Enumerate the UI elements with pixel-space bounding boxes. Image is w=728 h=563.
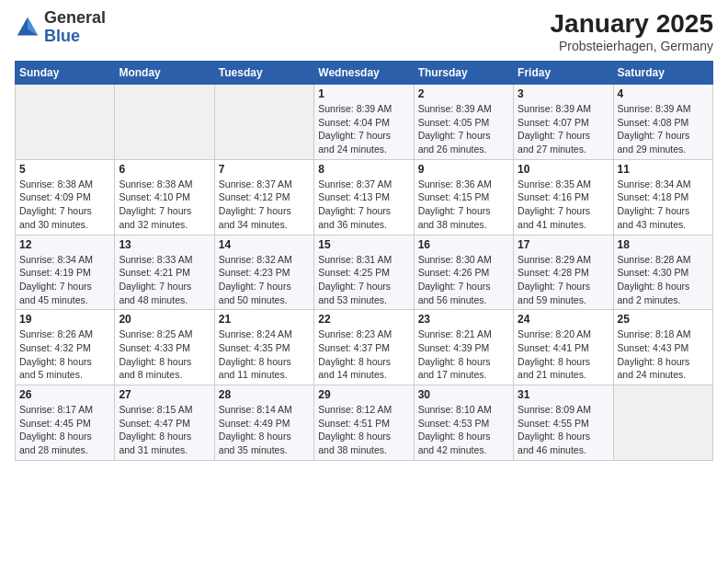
logo-blue: Blue — [44, 27, 80, 45]
calendar-cell: 16Sunrise: 8:30 AMSunset: 4:26 PMDayligh… — [414, 235, 513, 310]
calendar-cell: 19Sunrise: 8:26 AMSunset: 4:32 PMDayligh… — [16, 310, 115, 385]
day-number: 20 — [119, 313, 210, 326]
calendar-cell: 14Sunrise: 8:32 AMSunset: 4:23 PMDayligh… — [214, 235, 313, 310]
day-number: 21 — [219, 313, 310, 326]
calendar-cell: 5Sunrise: 8:38 AMSunset: 4:09 PMDaylight… — [16, 159, 115, 235]
calendar-cell: 20Sunrise: 8:25 AMSunset: 4:33 PMDayligh… — [115, 310, 214, 385]
day-number: 6 — [119, 163, 210, 176]
day-number: 29 — [318, 388, 409, 401]
day-info: Sunrise: 8:25 AMSunset: 4:33 PMDaylight:… — [119, 327, 210, 382]
day-number: 18 — [618, 238, 709, 251]
header-wednesday: Wednesday — [314, 62, 414, 85]
calendar-cell: 1Sunrise: 8:39 AMSunset: 4:04 PMDaylight… — [314, 85, 414, 160]
day-info: Sunrise: 8:38 AMSunset: 4:09 PMDaylight:… — [19, 178, 110, 232]
day-number: 25 — [618, 313, 709, 326]
calendar-week-5: 26Sunrise: 8:17 AMSunset: 4:45 PMDayligh… — [16, 385, 713, 461]
day-info: Sunrise: 8:37 AMSunset: 4:12 PMDaylight:… — [219, 178, 310, 232]
day-number: 8 — [318, 163, 409, 176]
calendar-body: 1Sunrise: 8:39 AMSunset: 4:04 PMDaylight… — [16, 85, 713, 461]
day-info: Sunrise: 8:33 AMSunset: 4:21 PMDaylight:… — [119, 253, 210, 307]
calendar-cell: 10Sunrise: 8:35 AMSunset: 4:16 PMDayligh… — [514, 159, 613, 235]
day-number: 11 — [618, 163, 709, 176]
day-info: Sunrise: 8:39 AMSunset: 4:07 PMDaylight:… — [518, 102, 609, 156]
calendar-cell: 18Sunrise: 8:28 AMSunset: 4:30 PMDayligh… — [613, 235, 712, 310]
header-sunday: Sunday — [16, 62, 115, 85]
day-info: Sunrise: 8:12 AMSunset: 4:51 PMDaylight:… — [318, 403, 409, 457]
calendar-cell: 11Sunrise: 8:34 AMSunset: 4:18 PMDayligh… — [613, 159, 712, 235]
header-monday: Monday — [115, 62, 214, 85]
day-info: Sunrise: 8:35 AMSunset: 4:16 PMDaylight:… — [518, 178, 609, 232]
header-friday: Friday — [514, 62, 613, 85]
calendar-header: Sunday Monday Tuesday Wednesday Thursday… — [16, 62, 713, 85]
day-info: Sunrise: 8:38 AMSunset: 4:10 PMDaylight:… — [119, 178, 210, 232]
day-number: 13 — [119, 238, 210, 251]
day-number: 12 — [19, 238, 110, 251]
day-info: Sunrise: 8:39 AMSunset: 4:08 PMDaylight:… — [618, 102, 709, 156]
calendar-cell — [214, 85, 313, 160]
calendar-cell: 27Sunrise: 8:15 AMSunset: 4:47 PMDayligh… — [115, 385, 214, 461]
day-info: Sunrise: 8:34 AMSunset: 4:19 PMDaylight:… — [19, 253, 110, 307]
calendar-cell: 13Sunrise: 8:33 AMSunset: 4:21 PMDayligh… — [115, 235, 214, 310]
calendar-cell: 25Sunrise: 8:18 AMSunset: 4:43 PMDayligh… — [613, 310, 712, 385]
calendar-week-1: 1Sunrise: 8:39 AMSunset: 4:04 PMDaylight… — [16, 85, 713, 160]
day-info: Sunrise: 8:14 AMSunset: 4:49 PMDaylight:… — [219, 403, 310, 457]
logo-general: General — [44, 8, 106, 27]
day-info: Sunrise: 8:21 AMSunset: 4:39 PMDaylight:… — [418, 327, 509, 382]
calendar-cell: 30Sunrise: 8:10 AMSunset: 4:53 PMDayligh… — [414, 385, 513, 461]
day-number: 9 — [418, 163, 509, 176]
header-thursday: Thursday — [414, 62, 513, 85]
day-info: Sunrise: 8:37 AMSunset: 4:13 PMDaylight:… — [318, 178, 409, 232]
calendar-cell: 31Sunrise: 8:09 AMSunset: 4:55 PMDayligh… — [514, 385, 613, 461]
day-number: 3 — [518, 87, 609, 100]
day-number: 23 — [418, 313, 509, 326]
day-number: 27 — [119, 388, 210, 401]
day-info: Sunrise: 8:39 AMSunset: 4:04 PMDaylight:… — [318, 102, 409, 156]
calendar-week-3: 12Sunrise: 8:34 AMSunset: 4:19 PMDayligh… — [16, 235, 713, 310]
day-info: Sunrise: 8:32 AMSunset: 4:23 PMDaylight:… — [219, 253, 310, 307]
calendar-cell: 2Sunrise: 8:39 AMSunset: 4:05 PMDaylight… — [414, 85, 513, 160]
day-info: Sunrise: 8:17 AMSunset: 4:45 PMDaylight:… — [19, 403, 110, 457]
calendar-cell: 7Sunrise: 8:37 AMSunset: 4:12 PMDaylight… — [214, 159, 313, 235]
page-title: January 2025 — [551, 9, 713, 39]
title-block: January 2025 Probsteierhagen, Germany — [551, 9, 713, 53]
calendar-cell: 8Sunrise: 8:37 AMSunset: 4:13 PMDaylight… — [314, 159, 414, 235]
day-number: 24 — [518, 313, 609, 326]
calendar-cell: 29Sunrise: 8:12 AMSunset: 4:51 PMDayligh… — [314, 385, 414, 461]
calendar-cell: 24Sunrise: 8:20 AMSunset: 4:41 PMDayligh… — [514, 310, 613, 385]
day-info: Sunrise: 8:34 AMSunset: 4:18 PMDaylight:… — [618, 178, 709, 232]
calendar-table: Sunday Monday Tuesday Wednesday Thursday… — [15, 61, 713, 461]
page: General Blue January 2025 Probsteierhage… — [0, 0, 728, 563]
day-number: 5 — [19, 163, 110, 176]
calendar-cell — [115, 85, 214, 160]
calendar-cell: 15Sunrise: 8:31 AMSunset: 4:25 PMDayligh… — [314, 235, 414, 310]
calendar-cell — [16, 85, 115, 160]
calendar-cell: 21Sunrise: 8:24 AMSunset: 4:35 PMDayligh… — [214, 310, 313, 385]
day-info: Sunrise: 8:09 AMSunset: 4:55 PMDaylight:… — [518, 403, 609, 457]
day-info: Sunrise: 8:24 AMSunset: 4:35 PMDaylight:… — [219, 327, 310, 382]
logo-text: General Blue — [44, 9, 106, 46]
day-info: Sunrise: 8:15 AMSunset: 4:47 PMDaylight:… — [119, 403, 210, 457]
day-info: Sunrise: 8:30 AMSunset: 4:26 PMDaylight:… — [418, 253, 509, 307]
day-number: 4 — [618, 87, 709, 100]
calendar-cell: 28Sunrise: 8:14 AMSunset: 4:49 PMDayligh… — [214, 385, 313, 461]
calendar-cell: 12Sunrise: 8:34 AMSunset: 4:19 PMDayligh… — [16, 235, 115, 310]
day-number: 26 — [19, 388, 110, 401]
calendar-cell — [613, 385, 712, 461]
day-number: 14 — [219, 238, 310, 251]
day-number: 2 — [418, 87, 509, 100]
day-number: 16 — [418, 238, 509, 251]
logo-icon — [15, 15, 40, 40]
day-number: 17 — [518, 238, 609, 251]
day-number: 30 — [418, 388, 509, 401]
calendar-cell: 9Sunrise: 8:36 AMSunset: 4:15 PMDaylight… — [414, 159, 513, 235]
day-info: Sunrise: 8:26 AMSunset: 4:32 PMDaylight:… — [19, 327, 110, 382]
calendar-week-2: 5Sunrise: 8:38 AMSunset: 4:09 PMDaylight… — [16, 159, 713, 235]
calendar-week-4: 19Sunrise: 8:26 AMSunset: 4:32 PMDayligh… — [16, 310, 713, 385]
day-info: Sunrise: 8:28 AMSunset: 4:30 PMDaylight:… — [618, 253, 709, 307]
day-info: Sunrise: 8:36 AMSunset: 4:15 PMDaylight:… — [418, 178, 509, 232]
calendar-cell: 22Sunrise: 8:23 AMSunset: 4:37 PMDayligh… — [314, 310, 414, 385]
day-number: 7 — [219, 163, 310, 176]
calendar-cell: 23Sunrise: 8:21 AMSunset: 4:39 PMDayligh… — [414, 310, 513, 385]
day-number: 15 — [318, 238, 409, 251]
header-saturday: Saturday — [613, 62, 712, 85]
